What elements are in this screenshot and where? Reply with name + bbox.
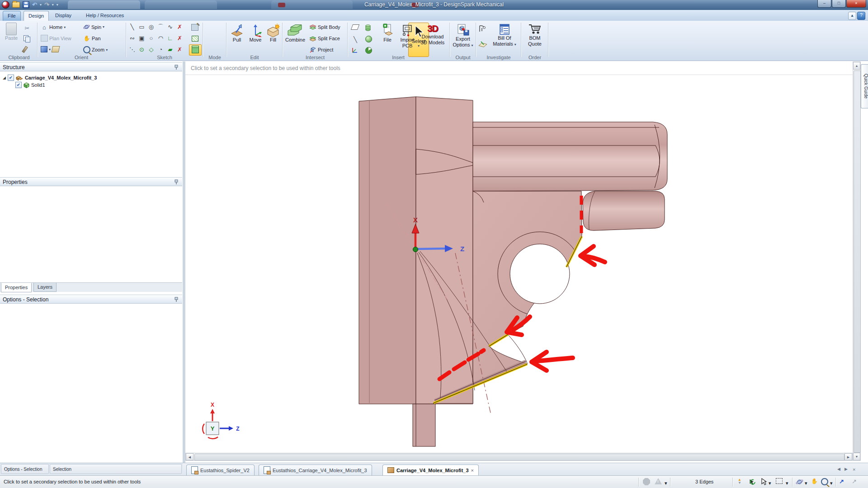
structure-child-label[interactable]: Solid1 bbox=[31, 82, 45, 88]
pan-view-icon[interactable]: ✋ bbox=[811, 478, 818, 484]
stop-icon[interactable] bbox=[643, 478, 650, 485]
zoom-extents-icon[interactable]: ↗ bbox=[839, 478, 844, 485]
insert-sphere-button[interactable] bbox=[365, 36, 372, 42]
h-scroll-left-icon[interactable]: ◀ bbox=[186, 453, 193, 460]
tab-properties[interactable]: Properties bbox=[1, 283, 32, 292]
sketch-circle-icon[interactable]: ◎ bbox=[146, 21, 156, 33]
bom-quote-button[interactable]: BOM Quote bbox=[523, 23, 547, 47]
quick-guide-tab[interactable]: Quick Guide bbox=[861, 64, 868, 108]
fill-button[interactable]: Fill bbox=[265, 23, 281, 43]
analysis-button[interactable] bbox=[478, 41, 487, 48]
close-button[interactable]: × bbox=[846, 0, 866, 8]
sketch-delete-icon[interactable]: ✗ bbox=[175, 44, 184, 55]
sketch-line-icon[interactable]: ╲ bbox=[127, 21, 137, 33]
bill-of-materials-button[interactable]: Bill Of Materials ▾ bbox=[490, 23, 519, 47]
sketch-tangent-arc-icon[interactable]: ◔ bbox=[156, 44, 165, 55]
move-button[interactable]: Move bbox=[247, 23, 264, 43]
sketch-split-icon[interactable]: ✗ bbox=[175, 33, 184, 44]
box-select-caret-icon[interactable]: ▾ bbox=[786, 480, 788, 486]
format-painter-button[interactable] bbox=[24, 46, 26, 53]
tab-list-close-icon[interactable]: × bbox=[853, 467, 855, 472]
doc-tab-eustathios-carriage[interactable]: Eustathios_Carriage_V4_Molex_Microfit_3 bbox=[259, 465, 372, 475]
combine-button[interactable]: Combine bbox=[285, 23, 306, 43]
pin-icon[interactable] bbox=[174, 297, 179, 302]
export-options-button[interactable]: Export Options ▾ bbox=[451, 23, 475, 47]
sketch-three-point-circle-icon[interactable]: ○ bbox=[146, 33, 156, 44]
structure-child-row[interactable]: ✔ Solid1 bbox=[15, 81, 45, 89]
view-orientation-button[interactable]: ▾ bbox=[41, 46, 59, 52]
tab-display[interactable]: Display bbox=[51, 11, 76, 20]
pan-button[interactable]: ✋ Pan bbox=[83, 35, 101, 42]
root-checkbox[interactable]: ✔ bbox=[8, 75, 14, 81]
paste-button[interactable]: Paste bbox=[3, 23, 20, 41]
sketch-corner-icon[interactable]: ∟ bbox=[165, 33, 175, 44]
selection-cell[interactable]: Selection bbox=[50, 464, 182, 474]
measure-button[interactable] bbox=[478, 25, 487, 33]
undo-selection-icon[interactable] bbox=[748, 478, 756, 486]
options-selection-cell[interactable]: Options - Selection bbox=[1, 464, 49, 474]
spin-button[interactable]: Spin▾ bbox=[83, 23, 104, 30]
value-spinner[interactable]: ▲ ▼ bbox=[738, 478, 741, 484]
tree-expander-icon[interactable]: ◢ bbox=[3, 75, 6, 80]
pull-button[interactable]: Pull bbox=[228, 23, 246, 43]
sketch-construction-line-icon[interactable]: ⋱ bbox=[127, 44, 137, 55]
sketch-view-icon[interactable] bbox=[52, 46, 60, 52]
origin-z-axis[interactable] bbox=[418, 249, 446, 249]
import-pcb-button[interactable]: Import PCB bbox=[398, 23, 417, 48]
plan-view-button[interactable]: Plan View bbox=[41, 35, 71, 42]
tab-scroll-left-icon[interactable]: ◀ bbox=[837, 467, 840, 471]
insert-cylinder-button[interactable] bbox=[365, 24, 371, 31]
insert-axes-button[interactable] bbox=[352, 47, 358, 53]
v-scroll-up-icon[interactable]: ▲ bbox=[853, 62, 860, 70]
structure-root-label[interactable]: Carriage_V4_Molex_Microfit_3 bbox=[25, 75, 97, 80]
pin-icon[interactable] bbox=[174, 65, 179, 70]
sketch-offset-icon[interactable]: ▰ bbox=[165, 44, 175, 55]
insert-file-button[interactable]: File bbox=[379, 23, 396, 43]
ribbon-minimize-icon[interactable]: ▴ bbox=[848, 12, 856, 20]
insert-line-button[interactable]: ╲ bbox=[352, 36, 359, 43]
model-bore-hole[interactable] bbox=[510, 244, 570, 304]
tab-help-resources[interactable]: Help / Resources bbox=[81, 11, 128, 20]
tab-layers[interactable]: Layers bbox=[33, 283, 57, 292]
insert-shell-button[interactable] bbox=[365, 47, 372, 54]
spin-view-icon[interactable] bbox=[796, 478, 803, 486]
maximize-button[interactable]: □ bbox=[832, 0, 846, 8]
copy-button[interactable] bbox=[24, 35, 30, 42]
model-clamp-cylinder[interactable] bbox=[583, 191, 665, 230]
alerts-caret-icon[interactable]: ▾ bbox=[665, 480, 667, 486]
zoom-view-caret-icon[interactable]: ▾ bbox=[830, 480, 833, 486]
sketch-arc-icon[interactable]: ⌒ bbox=[156, 21, 165, 33]
structure-root-row[interactable]: ◢ ✔ Carriage_V4_Molex_Microfit_3 bbox=[3, 74, 97, 81]
model-arm[interactable] bbox=[473, 122, 667, 191]
download-3d-models-button[interactable]: 3D Download 3D Models bbox=[418, 23, 448, 45]
spin-view-caret-icon[interactable]: ▾ bbox=[805, 480, 807, 486]
help-icon[interactable]: ? bbox=[857, 12, 865, 20]
v-scrollbar[interactable]: ▲ ▼ bbox=[853, 61, 861, 461]
sketch-mode-button[interactable]: ✎ bbox=[189, 22, 201, 32]
box-select-icon[interactable] bbox=[776, 478, 783, 484]
sketch-tangent-line-icon[interactable]: ∾ bbox=[127, 33, 137, 44]
warning-icon[interactable]: ! bbox=[655, 478, 662, 484]
sketch-rectangle-icon[interactable]: ▭ bbox=[137, 21, 146, 33]
h-scrollbar[interactable]: ◀ ▶ bbox=[185, 453, 853, 461]
sketch-ellipse-icon[interactable]: ⊙ bbox=[137, 44, 146, 55]
sketch-spline-icon[interactable]: ∿ bbox=[165, 21, 175, 33]
cut-button[interactable]: ✂ bbox=[24, 24, 31, 32]
solid-checkbox[interactable]: ✔ bbox=[15, 82, 22, 88]
sketch-sweep-arc-icon[interactable]: ◠ bbox=[156, 33, 165, 44]
zoom-selection-icon[interactable]: ↗ bbox=[852, 478, 857, 485]
tab-file[interactable]: File bbox=[3, 11, 21, 21]
pin-icon[interactable] bbox=[174, 179, 179, 185]
zoom-view-icon[interactable] bbox=[821, 478, 828, 485]
split-face-button[interactable]: Split Face bbox=[309, 35, 340, 42]
3d-viewport[interactable]: X Z Y X Z bbox=[185, 75, 853, 453]
home-button[interactable]: ⌂ Home▾ bbox=[41, 23, 66, 31]
doc-tab-carriage-active[interactable]: Carriage_V4_Molex_Microfit_3 × bbox=[382, 465, 479, 475]
sketch-three-point-rect-icon[interactable]: ▣ bbox=[137, 33, 146, 44]
insert-plane-button[interactable] bbox=[352, 24, 359, 30]
solid-mode-button[interactable] bbox=[189, 44, 202, 56]
minimize-button[interactable]: – bbox=[817, 0, 831, 8]
h-scroll-right-icon[interactable]: ▶ bbox=[844, 453, 852, 460]
zoom-button[interactable]: Zoom▾ bbox=[83, 46, 108, 53]
project-button[interactable]: Project bbox=[309, 47, 333, 53]
